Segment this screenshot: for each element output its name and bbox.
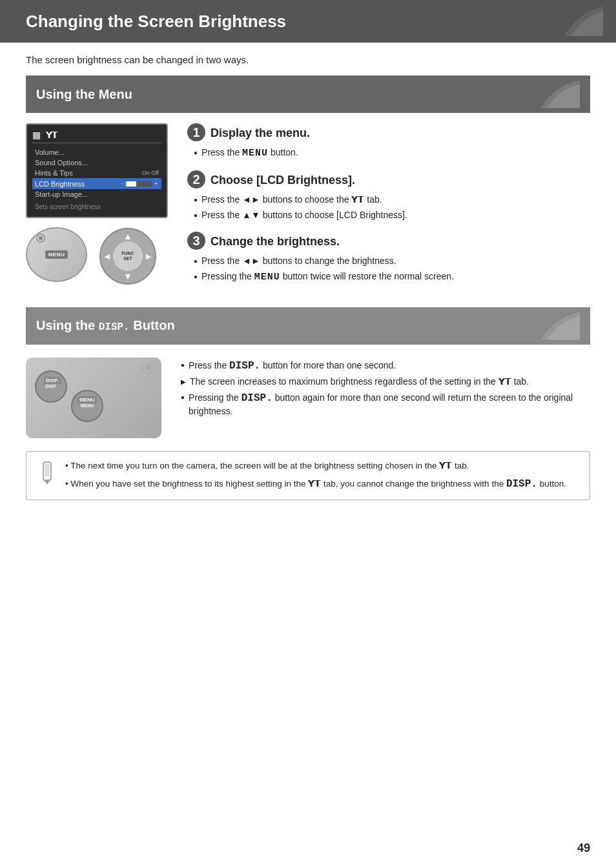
camera-nav-ring-area: ▲ ▼ ◄ ► FUNCSET bbox=[96, 227, 160, 285]
svg-point-1 bbox=[39, 236, 43, 240]
note-bullet1: The next time you turn on the camera, th… bbox=[65, 459, 566, 472]
step3: 3 Change the brightness. Press the ◄► bu… bbox=[187, 232, 590, 285]
section2-corner-graphic bbox=[541, 311, 580, 341]
disp-bullets-area: Press the DISP. button for more than one… bbox=[174, 358, 590, 438]
lcd-item-volume: Volume... bbox=[32, 147, 161, 157]
lcd-menu-list: Volume... Sound Options... Hints & Tips … bbox=[32, 147, 161, 199]
menu-label-overlay: MENU bbox=[77, 396, 97, 403]
disp-key-note: DISP. bbox=[506, 478, 537, 490]
step3-number: 3 bbox=[187, 232, 205, 250]
lcd-item-brightness: LCD Brightness － ＋ bbox=[32, 178, 161, 189]
step1-bullets: Press the MENU button. bbox=[187, 145, 590, 161]
page-title: Changing the Screen Brightness bbox=[26, 12, 286, 32]
lcd-top-row: ▦ 𝗬𝗧 bbox=[32, 130, 161, 143]
menu-button-label-disp: MENU bbox=[81, 403, 94, 408]
title-bar: Changing the Screen Brightness bbox=[0, 0, 616, 43]
disp-bullet2: The screen increases to maximum brightne… bbox=[181, 374, 590, 390]
menu-key-1: MENU bbox=[242, 148, 268, 159]
main-content: The screen brightness can be changed in … bbox=[0, 43, 616, 513]
section1-title: Using the Menu bbox=[36, 87, 132, 102]
camera-top-lens bbox=[142, 361, 155, 374]
disp-keyword-header: DISP. bbox=[99, 321, 130, 333]
lcd-item-hints: Hints & Tips On Off bbox=[32, 168, 161, 178]
disp-camera-image: DISP. DISP. MENU MENU bbox=[26, 358, 161, 438]
step2-number: 2 bbox=[187, 170, 205, 188]
disp-button-label: DISP. bbox=[45, 384, 56, 389]
right-column: 1 Display the menu. Press the MENU butto… bbox=[187, 123, 590, 294]
pencil-svg bbox=[37, 461, 57, 484]
title-corner-graphic bbox=[564, 6, 603, 36]
camera-top-icon bbox=[35, 234, 46, 243]
step2-bullets: Press the ◄► buttons to choose the 𝗬𝗧 ta… bbox=[187, 192, 590, 223]
section2-title: Using the DISP. Button bbox=[36, 318, 175, 333]
svg-point-3 bbox=[146, 365, 151, 370]
disp-bullet3: Pressing the DISP. button again for more… bbox=[181, 390, 590, 419]
lcd-item-startup: Start-up Image... bbox=[32, 189, 161, 199]
camera-buttons-row: MENU ▲ ▼ ◄ ► FUNCSET bbox=[26, 227, 174, 285]
nav-arrow-up: ▲ bbox=[123, 231, 132, 241]
lcd-bottom-text: Sets screen brightness bbox=[32, 202, 161, 212]
disp-label-overlay: DISP. bbox=[44, 377, 61, 384]
disp-key-1: DISP. bbox=[229, 360, 260, 372]
step3-bullet2: Pressing the MENU button twice will rest… bbox=[194, 269, 590, 285]
step1-title: Display the menu. bbox=[210, 126, 310, 140]
svg-rect-5 bbox=[45, 463, 50, 476]
disp-bullet-list: Press the DISP. button for more than one… bbox=[174, 358, 590, 419]
note-content: The next time you turn on the camera, th… bbox=[65, 459, 566, 492]
step1-bullet1: Press the MENU button. bbox=[194, 145, 590, 161]
camera-menu-button-area: MENU bbox=[26, 227, 90, 285]
menu-button-disp[interactable]: MENU bbox=[71, 390, 103, 422]
lcd-yt-icon: 𝗬𝗧 bbox=[46, 130, 57, 140]
note-pencil-icon bbox=[37, 461, 57, 489]
func-set-button[interactable]: FUNCSET bbox=[113, 241, 143, 271]
step2-bullet2: Press the ▲▼ buttons to choose [LCD Brig… bbox=[194, 208, 590, 223]
lcd-item-sound: Sound Options... bbox=[32, 157, 161, 168]
menu-section: ▦ 𝗬𝗧 Volume... Sound Options... Hints & … bbox=[26, 123, 590, 294]
lcd-camera-icon: ▦ bbox=[32, 130, 41, 140]
step1: 1 Display the menu. Press the MENU butto… bbox=[187, 123, 590, 161]
step3-title: Change the brightness. bbox=[210, 235, 340, 248]
menu-button-label[interactable]: MENU bbox=[45, 250, 68, 259]
step1-header: 1 Display the menu. bbox=[187, 123, 590, 141]
step2-header: 2 Choose [LCD Brightness]. bbox=[187, 170, 590, 188]
step3-header: 3 Change the brightness. bbox=[187, 232, 590, 250]
camera-left-body: MENU bbox=[26, 227, 87, 282]
nav-arrow-right: ► bbox=[144, 251, 153, 261]
nav-arrow-left: ◄ bbox=[103, 251, 112, 261]
disp-bullet1: Press the DISP. button for more than one… bbox=[181, 358, 590, 374]
note-bullet2: When you have set the brightness to its … bbox=[65, 476, 566, 492]
step2-title: Choose [LCD Brightness]. bbox=[210, 174, 355, 187]
left-column: ▦ 𝗬𝗧 Volume... Sound Options... Hints & … bbox=[26, 123, 174, 294]
lcd-screen: ▦ 𝗬𝗧 Volume... Sound Options... Hints & … bbox=[26, 123, 168, 218]
disp-section: DISP. DISP. MENU MENU bbox=[26, 358, 590, 438]
menu-key-3: MENU bbox=[254, 272, 280, 283]
step1-number: 1 bbox=[187, 123, 205, 141]
nav-arrow-down: ▼ bbox=[123, 271, 132, 281]
intro-text: The screen brightness can be changed in … bbox=[26, 54, 590, 65]
step3-bullets: Press the ◄► buttons to change the brigh… bbox=[187, 254, 590, 285]
page: Changing the Screen Brightness The scree… bbox=[0, 0, 616, 868]
nav-ring: ▲ ▼ ◄ ► FUNCSET bbox=[99, 228, 156, 285]
section1-corner-graphic bbox=[541, 79, 580, 109]
section1-header: Using the Menu bbox=[26, 76, 590, 113]
step3-bullet1: Press the ◄► buttons to change the brigh… bbox=[194, 254, 590, 269]
section2-header: Using the DISP. Button bbox=[26, 307, 590, 345]
step2: 2 Choose [LCD Brightness]. Press the ◄► … bbox=[187, 170, 590, 223]
disp-key-3: DISP. bbox=[241, 392, 272, 404]
page-number: 49 bbox=[577, 842, 590, 855]
step2-bullet1: Press the ◄► buttons to choose the 𝗬𝗧 ta… bbox=[194, 192, 590, 208]
disp-button[interactable]: DISP. bbox=[35, 370, 67, 403]
note-box: The next time you turn on the camera, th… bbox=[26, 451, 590, 500]
